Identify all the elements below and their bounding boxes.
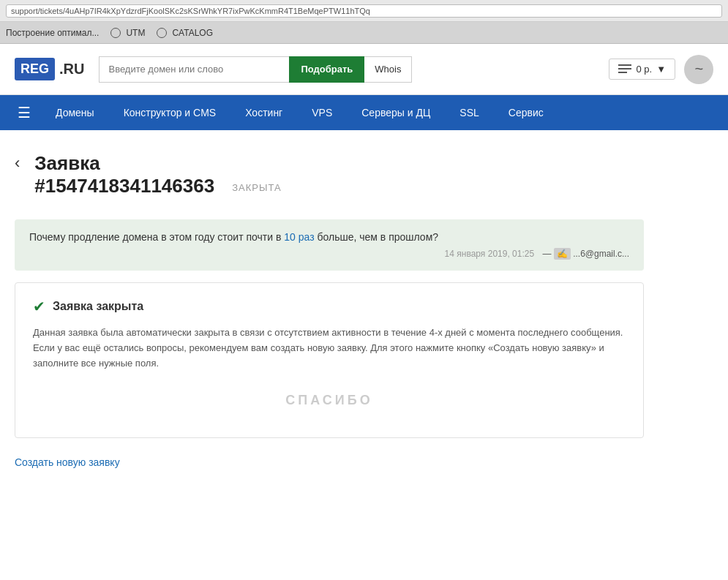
address-bar[interactable]	[6, 4, 722, 18]
logo[interactable]: REG .RU	[15, 58, 84, 80]
nav-item-ssl[interactable]: SSL	[445, 95, 493, 130]
message-author: — ✍ ...6@gmail.c...	[542, 249, 629, 259]
message-highlight: 10 раз	[284, 231, 314, 243]
ticket-number-row: #1547418341146363 ЗАКРЫТА	[34, 175, 281, 197]
closed-header: ✔ Заявка закрыта	[33, 298, 626, 315]
nav-item-domains[interactable]: Домены	[41, 95, 109, 130]
search-input[interactable]	[99, 56, 289, 83]
logo-box: REG	[15, 58, 55, 80]
tab-label-1: Построение оптимал...	[6, 28, 99, 38]
closed-title: Заявка закрыта	[53, 300, 143, 313]
message-text-after: больше, чем в прошлом?	[315, 231, 438, 243]
checkmark-icon: ✔	[33, 298, 45, 315]
balance-dropdown-icon: ▼	[656, 64, 666, 75]
avatar[interactable]: ~	[684, 55, 713, 84]
message-meta: 14 января 2019, 01:25 — ✍ ...6@gmail.c..…	[29, 249, 629, 259]
nav-item-servers[interactable]: Серверы и ДЦ	[347, 95, 445, 130]
main-content: ‹ Заявка #1547418341146363 ЗАКРЫТА Почем…	[0, 130, 658, 483]
svg-rect-0	[618, 64, 631, 66]
header: REG .RU Подобрать Whois 0 р. ▼ ~	[0, 44, 728, 95]
closed-block: ✔ Заявка закрыта Данная заявка была авто…	[15, 282, 644, 438]
message-bubble: Почему продление домена в этом году стои…	[15, 219, 644, 271]
ticket-title-block: Заявка #1547418341146363 ЗАКРЫТА	[34, 152, 281, 197]
hamburger-button[interactable]: ☰	[7, 105, 41, 120]
whois-button[interactable]: Whois	[364, 56, 412, 83]
logo-suffix: .RU	[59, 61, 84, 78]
ticket-title: Заявка	[34, 152, 281, 175]
svg-rect-1	[618, 68, 631, 69]
back-button[interactable]: ‹	[15, 154, 20, 173]
globe-icon	[110, 28, 121, 38]
catalog-globe-icon	[157, 28, 167, 38]
nav-item-services[interactable]: Сервис	[494, 95, 558, 130]
avatar-image: ~	[694, 61, 703, 78]
balance-icon	[618, 64, 631, 75]
nav-item-hosting[interactable]: Хостинг	[230, 95, 297, 130]
search-button[interactable]: Подобрать	[289, 56, 364, 83]
ticket-status: ЗАКРЫТА	[232, 182, 281, 193]
ticket-header: ‹ Заявка #1547418341146363 ЗАКРЫТА	[15, 152, 644, 197]
header-right: 0 р. ▼ ~	[609, 55, 713, 84]
closed-description: Данная заявка была автоматически закрыта…	[33, 325, 626, 371]
tab-1[interactable]: Построение оптимал...	[6, 28, 99, 38]
ticket-number: #1547418341146363	[34, 175, 214, 197]
create-new-link[interactable]: Создать новую заявку	[15, 456, 120, 468]
balance-button[interactable]: 0 р. ▼	[609, 59, 675, 80]
tab-3[interactable]: CATALOG	[157, 28, 213, 38]
tab-label-3: CATALOG	[172, 28, 213, 38]
svg-rect-2	[618, 72, 627, 73]
thanks-text: СПАСИБО	[33, 393, 626, 408]
balance-amount: 0 р.	[636, 64, 652, 75]
message-text: Почему продление домена в этом году стои…	[29, 231, 629, 243]
search-box: Подобрать Whois	[99, 56, 428, 83]
browser-bar	[0, 0, 728, 22]
tab-2[interactable]: UTM	[110, 28, 145, 38]
message-timestamp: 14 января 2019, 01:25	[445, 249, 534, 259]
tab-bar: Построение оптимал... UTM CATALOG	[0, 22, 728, 44]
nav-item-vps[interactable]: VPS	[297, 95, 347, 130]
message-text-before: Почему продление домена в этом году стои…	[29, 231, 284, 243]
tab-label-2: UTM	[126, 28, 145, 38]
nav-item-constructor[interactable]: Конструктор и CMS	[109, 95, 231, 130]
navbar: ☰ Домены Конструктор и CMS Хостинг VPS С…	[0, 95, 728, 130]
